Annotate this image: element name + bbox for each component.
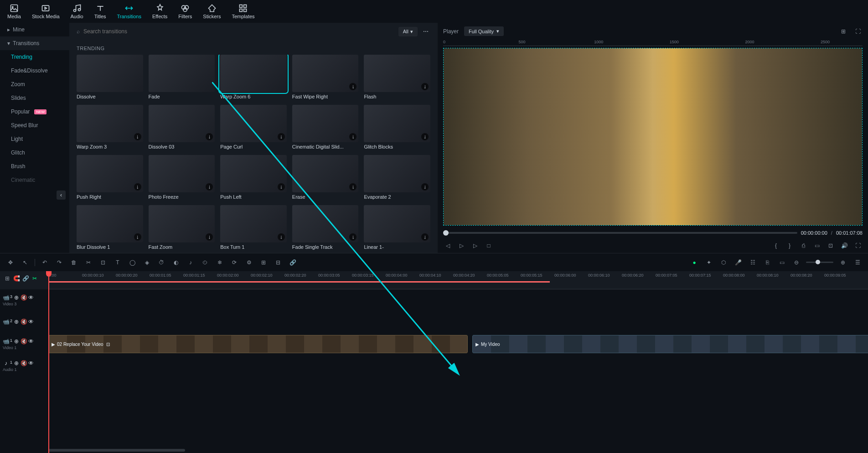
transition-card[interactable]: ↓Flash xyxy=(364,55,430,99)
tl-link-icon[interactable]: 🔗 xyxy=(22,275,29,282)
fit-icon[interactable]: ▭ xyxy=(777,257,787,268)
download-icon[interactable]: ↓ xyxy=(349,183,356,190)
text-icon[interactable]: T xyxy=(113,257,123,268)
scrubber-handle[interactable] xyxy=(443,230,449,236)
search-input[interactable] xyxy=(83,28,395,35)
preview-scrubber[interactable] xyxy=(443,232,797,234)
track-add-icon[interactable]: ⊕ xyxy=(13,319,20,325)
sidebar-item-brush[interactable]: Brush xyxy=(0,160,69,173)
safe-zone-icon[interactable]: ▭ xyxy=(812,241,822,250)
download-icon[interactable]: ↓ xyxy=(206,133,213,140)
tab-stock-media[interactable]: Stock Media xyxy=(32,4,60,19)
transition-card[interactable]: ↓Glitch Blocks xyxy=(364,105,430,149)
sidebar-item-zoom[interactable]: Zoom xyxy=(0,77,69,91)
transition-card[interactable]: ↓Linear 1- xyxy=(364,205,430,250)
transition-card[interactable]: Dissolve xyxy=(77,55,143,99)
sidebar-item-glitch[interactable]: Glitch xyxy=(0,146,69,160)
crop-icon[interactable]: ⊡ xyxy=(98,257,108,268)
transition-card[interactable]: ↓Erase xyxy=(292,155,359,200)
transition-card[interactable]: ↓Page Curl xyxy=(220,105,287,149)
transition-card[interactable]: ↓Cinematic Digital Slid... xyxy=(292,105,359,149)
keyframe-icon[interactable]: ◈ xyxy=(142,257,152,268)
mixer-icon[interactable]: ☷ xyxy=(748,257,758,268)
timeline-scrollbar[interactable] xyxy=(0,448,868,453)
track-add-icon[interactable]: ⊕ xyxy=(13,338,20,345)
download-icon[interactable]: ↓ xyxy=(349,83,356,90)
zoom-slider[interactable] xyxy=(806,262,833,263)
download-icon[interactable]: ↓ xyxy=(134,233,141,241)
tl-view-icon[interactable]: ⊞ xyxy=(4,275,11,282)
delete-icon[interactable]: 🗑 xyxy=(69,257,79,268)
mask-icon[interactable]: ◯ xyxy=(127,257,137,268)
transition-card[interactable]: ↓Warp Zoom 3 xyxy=(77,105,143,149)
tab-titles[interactable]: Titles xyxy=(94,4,106,19)
sidebar-transitions[interactable]: ▾Transitions xyxy=(0,36,69,50)
track-row-1[interactable]: ▶02 Replace Your Video⊡ ▶My Video xyxy=(48,333,868,355)
download-icon[interactable]: ↓ xyxy=(134,133,141,140)
track-row-2[interactable] xyxy=(48,311,868,333)
split-icon[interactable]: ✂ xyxy=(83,257,93,268)
download-icon[interactable]: ↓ xyxy=(421,133,429,140)
download-icon[interactable]: ↓ xyxy=(278,233,285,241)
transition-card[interactable]: ↓Fast Zoom xyxy=(149,205,215,250)
next-frame-icon[interactable]: ▷ xyxy=(470,241,480,250)
track-mute-icon[interactable]: 🔇 xyxy=(21,360,27,366)
track-visibility-icon[interactable]: 👁 xyxy=(28,338,34,345)
track-row-audio1[interactable] xyxy=(48,355,868,377)
sidebar-collapse-button[interactable]: ‹ xyxy=(57,190,66,200)
transition-card[interactable]: ↓Fast Wipe Right xyxy=(292,55,359,99)
redo-icon[interactable]: ↷ xyxy=(54,257,64,268)
track-add-icon[interactable]: ⊕ xyxy=(13,294,20,301)
download-icon[interactable]: ↓ xyxy=(206,183,213,190)
download-icon[interactable]: ↓ xyxy=(421,233,429,241)
tab-effects[interactable]: Effects xyxy=(152,4,167,19)
cursor-tool-icon[interactable]: ↖ xyxy=(20,257,30,268)
aspect-ratio-icon[interactable]: ⊡ xyxy=(826,241,835,250)
playhead[interactable] xyxy=(48,271,49,453)
tracks-content[interactable]: ▶02 Replace Your Video⊡ ▶My Video xyxy=(48,289,868,448)
sidebar-item-light[interactable]: Light xyxy=(0,132,69,146)
track-visibility-icon[interactable]: 👁 xyxy=(28,319,34,325)
sidebar-item-fade[interactable]: Fade&Dissolve xyxy=(0,64,69,77)
track-add-icon[interactable]: ⊕ xyxy=(13,360,20,366)
zoom-handle[interactable] xyxy=(816,260,820,264)
timeline-ruler[interactable]: 0:0000:00:00:1000:00:00:2000:00:01:0500:… xyxy=(48,271,868,289)
tab-media[interactable]: Media xyxy=(7,4,21,19)
download-icon[interactable]: ↓ xyxy=(278,133,285,140)
track-visibility-icon[interactable]: 👁 xyxy=(28,294,34,301)
volume-icon[interactable]: 🔊 xyxy=(840,241,849,250)
scrollbar-thumb[interactable] xyxy=(48,449,185,452)
select-tool-icon[interactable]: ✥ xyxy=(5,257,16,268)
more-options-icon[interactable]: ⋯ xyxy=(421,26,430,36)
tl-snap-icon[interactable]: ✂ xyxy=(31,275,38,282)
tl-magnet-icon[interactable]: 🧲 xyxy=(13,275,20,282)
track-row-3[interactable] xyxy=(48,289,868,311)
expand-icon[interactable]: ⊟ xyxy=(273,257,283,268)
play-icon[interactable]: ▷ xyxy=(457,241,466,250)
transition-card[interactable]: ↓Fade Single Track xyxy=(292,205,359,250)
tab-stickers[interactable]: Stickers xyxy=(203,4,221,19)
transition-card[interactable]: Fade xyxy=(149,55,215,99)
sidebar-item-cinematic[interactable]: Cinematic xyxy=(0,173,69,187)
freeze-icon[interactable]: ❄ xyxy=(215,257,225,268)
stop-icon[interactable]: □ xyxy=(484,241,493,250)
magnet-icon[interactable]: ● xyxy=(689,257,699,268)
transition-card[interactable]: ↓Blur Dissolve 1 xyxy=(77,205,143,250)
sidebar-item-popular[interactable]: PopularNEW xyxy=(0,105,69,118)
track-mute-icon[interactable]: 🔇 xyxy=(21,294,27,301)
download-icon[interactable]: ↓ xyxy=(421,183,429,190)
sidebar-item-slides[interactable]: Slides xyxy=(0,91,69,105)
clip-replace-video[interactable]: ▶02 Replace Your Video⊡ xyxy=(48,335,468,353)
transition-card[interactable]: ↓Box Turn 1 xyxy=(220,205,287,250)
adjust-icon[interactable]: ⚙ xyxy=(244,257,254,268)
track-mute-icon[interactable]: 🔇 xyxy=(21,319,27,325)
tab-templates[interactable]: Templates xyxy=(232,4,254,19)
download-icon[interactable]: ↓ xyxy=(206,233,213,241)
undo-icon[interactable]: ↶ xyxy=(40,257,50,268)
transition-card[interactable]: ↓Push Right xyxy=(77,155,143,200)
transition-card[interactable]: ↓Photo Freeze xyxy=(149,155,215,200)
download-icon[interactable]: ↓ xyxy=(349,133,356,140)
zoom-in-icon[interactable]: ⊕ xyxy=(838,257,848,268)
sidebar-item-trending[interactable]: Trending xyxy=(0,50,69,64)
download-icon[interactable]: ↓ xyxy=(349,233,356,241)
